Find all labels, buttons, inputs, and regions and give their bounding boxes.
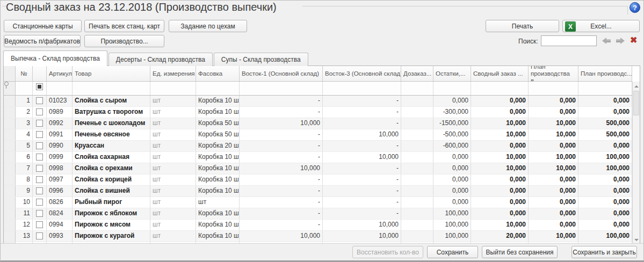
cell-svod: 0,000 [471, 186, 529, 196]
filter-checkbox-cell[interactable] [33, 82, 47, 95]
row-checkbox[interactable] [36, 131, 43, 138]
table-row[interactable]: 70998Слойка с орехамиштКоробка 10 шт.10,… [4, 163, 632, 174]
grid-header-row: №АртикулТоварЕд. измеренияФасовкаВосток-… [4, 66, 632, 82]
col-header-planv[interactable]: План производства в... [529, 66, 578, 81]
cell-planp: 500,000 [578, 118, 632, 129]
col-header-name[interactable]: Товар [73, 66, 150, 81]
cell-ost: 0,000 [433, 197, 471, 208]
tab-supy[interactable]: Супы - Склад прозводства [214, 53, 308, 66]
row-checkbox[interactable] [36, 176, 43, 183]
row-checkbox[interactable] [36, 97, 43, 104]
grid-body: 101023Слойка с сыромштКоробка 10 шт.--0,… [4, 96, 632, 245]
cell-planp: 0,000 [578, 174, 632, 185]
row-checkbox-cell [33, 220, 47, 230]
filter-cell-name[interactable] [73, 82, 150, 95]
filter-cell-svod[interactable] [471, 82, 529, 95]
filter-cell-v1[interactable] [240, 82, 323, 95]
table-row[interactable]: 50990КруассанштКоробка 20 шт.---600,0000… [4, 141, 632, 152]
row-indicator-cell [4, 96, 16, 106]
row-checkbox[interactable] [36, 154, 43, 161]
scroll-up-button[interactable] [633, 82, 640, 90]
table-row[interactable]: 101023Слойка с сыромштКоробка 10 шт.--0,… [4, 96, 632, 107]
cell-ost: 0,000 [433, 186, 471, 196]
col-header-unit[interactable]: Ед. измерения [150, 66, 196, 81]
filter-cell-planv[interactable] [529, 82, 578, 95]
filter-cell-v3[interactable] [323, 82, 401, 95]
tab-deserty[interactable]: Десерты - Склад прозводства [108, 53, 213, 66]
col-header-num[interactable]: № [16, 66, 33, 81]
row-indicator-cell [4, 208, 16, 219]
cell-unit: шт [150, 152, 196, 163]
production-button[interactable]: Производство... [84, 35, 164, 47]
col-header-v3[interactable]: Восток-3 (Основной склад) [323, 66, 401, 81]
cell-name: Ватрушка с творогом [73, 107, 150, 118]
table-row[interactable]: 110824Пирожок с яблокомштКоробка 10 шт.-… [4, 208, 632, 220]
cell-v1: - [240, 107, 323, 118]
col-header-pack[interactable]: Фасовка [196, 66, 240, 81]
search-clear-icon[interactable]: ✖ [630, 35, 637, 45]
search-input[interactable] [541, 35, 597, 46]
row-checkbox[interactable] [36, 187, 43, 194]
semifinished-sheet-button[interactable]: Ведомость п/фабрикатов [4, 35, 81, 47]
filter-cell-doz[interactable] [401, 82, 433, 95]
shop-tasks-button[interactable]: Задание по цехам [169, 20, 247, 32]
filter-cell-unit[interactable] [150, 82, 196, 95]
table-row[interactable]: 100826Рыбный пирогштшт--0,0000,0000,0000… [4, 197, 632, 208]
filter-cell-planp[interactable] [578, 82, 632, 95]
row-checkbox[interactable] [36, 165, 43, 172]
row-checkbox[interactable] [36, 221, 43, 228]
cell-planv: 0,000 [529, 197, 578, 208]
row-checkbox[interactable] [36, 210, 43, 217]
table-row[interactable]: 40991Печенье овсяноештКоробка 50 шт.-10,… [4, 129, 632, 141]
row-checkbox[interactable] [36, 199, 43, 206]
exit-no-save-button[interactable]: Выйти без сохранения [482, 246, 558, 258]
col-header-article[interactable]: Артикул [47, 66, 73, 81]
filter-cell-article[interactable] [47, 82, 73, 95]
save-and-close-button[interactable]: Сохранить и закрыть [571, 246, 637, 258]
table-row[interactable]: 30992Печенье с шоколадомштКоробка 50 шт.… [4, 118, 632, 129]
excel-button[interactable]: X Excel... [562, 20, 640, 32]
col-header-v1[interactable]: Восток-1 (Основной склад) [240, 66, 323, 81]
row-indicator-cell [4, 107, 16, 118]
print-button[interactable]: Печать [486, 20, 559, 32]
cell-planv: 10,000 [529, 152, 578, 163]
col-header-ost[interactable]: Остатки,... [433, 66, 471, 81]
search-next-button[interactable] [616, 38, 626, 44]
save-button[interactable]: Сохранить [427, 246, 478, 258]
station-cards-button[interactable]: Станционные карты [4, 20, 82, 32]
cell-planv: 0,000 [529, 141, 578, 151]
table-row[interactable]: 120994Пирожок с мясомштКоробка 10 шт.-10… [4, 220, 632, 231]
row-checkbox[interactable] [36, 232, 43, 239]
table-row[interactable]: 80997Слойка с корицейштКоробка 10 шт.--0… [4, 174, 632, 186]
filter-cell-ost[interactable] [433, 82, 471, 95]
table-row[interactable]: 130993Пирожок с курагойштКоробка 10 шт.1… [4, 231, 632, 242]
row-checkbox-cell [33, 107, 47, 118]
cell-num: 12 [16, 220, 33, 230]
col-header-svod[interactable]: Сводный заказ ... [471, 66, 529, 81]
cell-v1: - [240, 96, 323, 106]
help-icon[interactable]: ? [629, 2, 640, 13]
row-checkbox[interactable] [36, 108, 43, 115]
row-checkbox-cell [33, 174, 47, 185]
tab-vypechka[interactable]: Выпечка - Склад прозводства [3, 50, 107, 66]
filter-cell-pack[interactable] [196, 82, 240, 95]
col-header-planp[interactable]: План производс... [578, 66, 632, 81]
row-checkbox[interactable] [36, 142, 43, 149]
row-indicator-cell [4, 163, 16, 174]
row-checkbox[interactable] [36, 120, 43, 127]
cell-pack: Коробка 10 шт. [196, 107, 240, 118]
scroll-down-button[interactable] [633, 236, 640, 244]
table-row[interactable]: 60999Слойка сахарнаяштКоробка 10 шт.-10,… [4, 152, 632, 163]
footer-bar: Восстановить кол-во Сохранить Выйти без … [1, 243, 643, 260]
cell-article: 0994 [47, 220, 73, 230]
filter-cell-num[interactable] [16, 82, 33, 95]
vertical-scrollbar[interactable] [632, 82, 640, 244]
search-prev-button[interactable] [602, 38, 612, 44]
scrollbar-thumb[interactable] [633, 91, 639, 115]
table-row[interactable]: 20989Ватрушка с творогомштКоробка 10 шт.… [4, 107, 632, 118]
table-row[interactable]: 90996Слойка с вишнейштКоробка 10 шт.--0,… [4, 186, 632, 197]
select-all-checkbox[interactable] [36, 83, 43, 90]
print-all-cards-button[interactable]: Печать всех станц. карт [84, 20, 164, 32]
cell-pack: Коробка 50 шт. [196, 129, 240, 140]
col-header-doz[interactable]: Дозаказ... [401, 66, 433, 81]
